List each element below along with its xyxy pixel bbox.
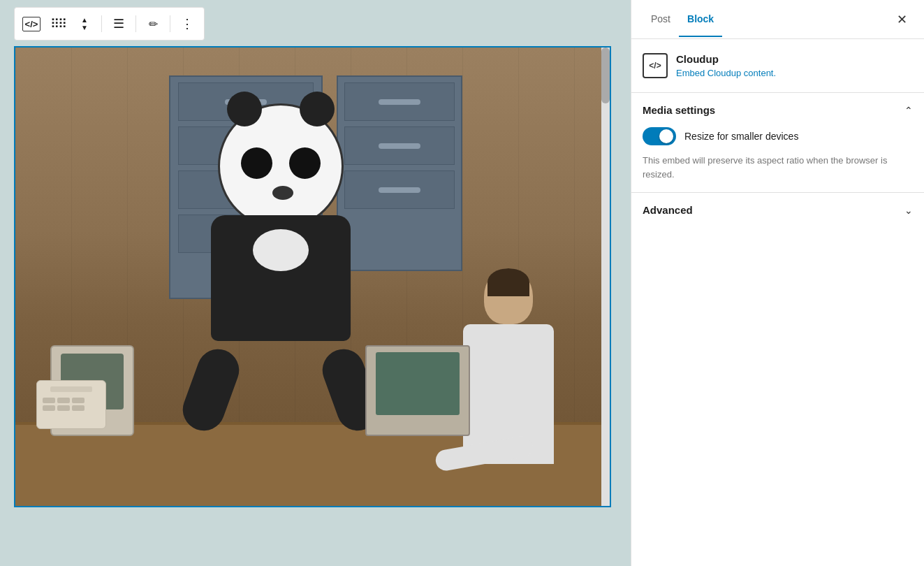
person-body [463,324,554,464]
panda-eye-right [289,147,321,179]
toolbar-divider-3 [170,15,170,32]
resize-description: This embed will preserve its aspect rati… [643,154,913,181]
cloudup-icon: </> [643,53,668,78]
panda-head [218,103,344,229]
advanced-section: Advanced ⌄ [631,193,924,227]
cloudup-embed-icon: </> [649,61,661,71]
cloudup-title: Cloudup [676,53,776,65]
right-panel: Post Block ✕ </> Cloudup Embed Cloudup c… [631,0,924,566]
cloudup-text: Cloudup Embed Cloudup content. [676,53,776,78]
panda-nose [272,186,293,200]
more-icon: ⋮ [181,16,193,31]
panda-ear-left [227,92,262,126]
align-icon: ☰ [113,16,124,31]
panda-scene [15,48,610,506]
resize-toggle-label: Resize for smaller devices [684,131,798,142]
scrollbar-track[interactable] [601,48,610,506]
drag-icon: ⠿⠿ [50,16,66,31]
media-settings-title: Media settings [643,104,715,116]
align-button[interactable]: ☰ [106,11,131,36]
more-options-button[interactable]: ⋮ [175,11,200,36]
close-icon: ✕ [897,12,907,27]
cloudup-section: </> Cloudup Embed Cloudup content. [631,39,924,93]
resize-toggle[interactable] [643,127,676,145]
panda [211,103,351,348]
toolbar-divider-1 [101,15,102,32]
media-settings-header[interactable]: Media settings ⌃ [643,104,913,116]
chevron-down-icon: ⌄ [904,205,913,216]
drag-handle-button[interactable]: ⠿⠿ [45,11,71,36]
toggle-knob [659,129,673,143]
person-head [484,268,533,324]
phone [36,380,106,429]
person-hair [487,268,529,296]
close-panel-button[interactable]: ✕ [890,8,913,31]
panda-eye-left [241,147,272,179]
toggle-row: Resize for smaller devices [643,127,913,145]
chevron-up-icon: ⌃ [904,105,913,116]
editor-area: </> ⠿⠿ ▲ ▼ ☰ ✏ ⋮ [0,0,631,566]
tab-post[interactable]: Post [643,2,679,37]
panda-torso [211,215,351,341]
move-button[interactable]: ▲ ▼ [72,11,97,36]
media-settings-section: Media settings ⌃ Resize for smaller devi… [631,93,924,193]
person [463,268,554,464]
panda-ear-right [300,92,335,126]
pen-button[interactable]: ✏ [140,11,166,36]
advanced-header[interactable]: Advanced ⌄ [643,204,913,216]
tab-block[interactable]: Block [679,2,722,37]
panel-tabs: Post Block ✕ [631,0,924,39]
embed-block [14,46,611,507]
filing-cabinet-right [337,75,462,271]
embed-icon-button[interactable]: </> [19,11,44,36]
toolbar-divider-2 [135,15,136,32]
pen-icon: ✏ [149,17,158,31]
block-toolbar: </> ⠿⠿ ▲ ▼ ☰ ✏ ⋮ [14,7,205,41]
advanced-title: Advanced [643,204,693,216]
monitor-front [365,345,470,436]
embed-icon: </> [22,17,41,31]
scrollbar-thumb[interactable] [601,48,610,103]
move-up-icon: ▲ [81,16,88,24]
cloudup-description[interactable]: Embed Cloudup content. [676,68,776,78]
move-down-icon: ▼ [81,24,88,31]
